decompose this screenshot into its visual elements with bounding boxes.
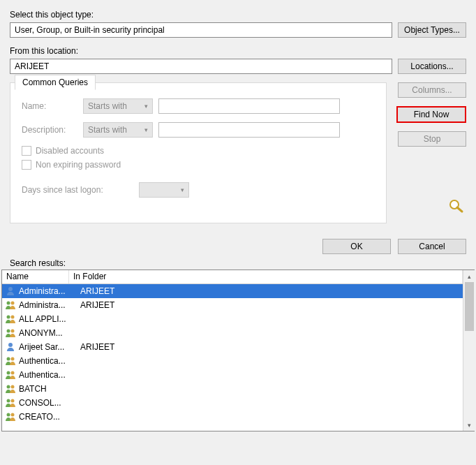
row-folder: ARIJEET xyxy=(75,286,114,296)
svg-point-2 xyxy=(8,287,13,291)
table-row[interactable]: Authentica... xyxy=(2,368,463,382)
table-row[interactable]: Authentica... xyxy=(2,354,463,368)
row-name: CREATO... xyxy=(19,412,75,422)
column-name[interactable]: Name xyxy=(2,270,69,283)
find-now-button[interactable]: Find Now xyxy=(396,106,466,123)
common-queries-panel: Common Queries Name: Starts with ▾ Descr… xyxy=(10,82,387,223)
group-icon xyxy=(5,300,16,311)
user-icon xyxy=(5,286,16,297)
non-expiring-checkbox[interactable] xyxy=(22,160,31,170)
svg-line-1 xyxy=(457,207,462,212)
svg-point-18 xyxy=(7,413,10,417)
description-label: Description: xyxy=(22,125,77,135)
row-name: Administra... xyxy=(19,300,75,310)
svg-point-12 xyxy=(7,371,10,375)
row-name: Administra... xyxy=(19,286,75,296)
row-name: Authentica... xyxy=(19,370,75,380)
location-field[interactable]: ARIJEET xyxy=(10,59,392,74)
group-icon xyxy=(5,383,16,394)
chevron-down-icon: ▾ xyxy=(144,103,148,110)
svg-point-15 xyxy=(11,385,15,389)
name-mode-combo[interactable]: Starts with ▾ xyxy=(83,98,153,114)
disabled-accounts-checkbox[interactable] xyxy=(22,146,31,156)
table-row[interactable]: Administra...ARIJEET xyxy=(2,298,463,312)
object-type-label: Select this object type: xyxy=(10,10,466,20)
chevron-down-icon: ▾ xyxy=(144,126,148,133)
svg-point-7 xyxy=(7,330,10,333)
name-label: Name: xyxy=(22,101,77,111)
search-icon xyxy=(447,198,466,214)
days-logon-combo[interactable]: ▾ xyxy=(139,182,189,198)
row-name: BATCH xyxy=(19,384,75,394)
svg-point-8 xyxy=(11,330,15,333)
svg-point-4 xyxy=(11,302,15,305)
stop-button[interactable]: Stop xyxy=(398,131,466,147)
scrollbar[interactable]: ▴ ▾ xyxy=(463,270,475,431)
scroll-up-icon[interactable]: ▴ xyxy=(463,270,475,282)
table-row[interactable]: Arijeet Sar...ARIJEET xyxy=(2,340,463,354)
description-input[interactable] xyxy=(158,122,340,138)
days-logon-label: Days since last logon: xyxy=(22,185,133,195)
object-types-button[interactable]: Object Types... xyxy=(398,22,466,38)
locations-button[interactable]: Locations... xyxy=(398,59,466,74)
chevron-down-icon: ▾ xyxy=(181,186,184,193)
row-folder: ARIJEET xyxy=(75,300,114,310)
scroll-down-icon[interactable]: ▾ xyxy=(463,419,475,431)
search-results-label: Search results: xyxy=(10,258,476,268)
svg-point-13 xyxy=(11,371,15,375)
svg-point-19 xyxy=(11,413,15,417)
svg-point-9 xyxy=(8,343,13,347)
name-mode-value: Starts with xyxy=(88,101,127,111)
row-name: ANONYM... xyxy=(19,328,75,338)
cancel-button[interactable]: Cancel xyxy=(398,239,466,254)
column-folder[interactable]: In Folder xyxy=(69,270,463,283)
svg-point-6 xyxy=(11,316,15,319)
table-row[interactable]: CONSOL... xyxy=(2,396,463,410)
search-results: Name In Folder Administra...ARIJEETAdmin… xyxy=(1,270,475,431)
svg-point-10 xyxy=(7,357,10,361)
row-name: Authentica... xyxy=(19,356,75,366)
svg-point-17 xyxy=(11,399,15,403)
group-icon xyxy=(5,313,16,325)
tab-common-queries[interactable]: Common Queries xyxy=(15,75,96,90)
disabled-accounts-label: Disabled accounts xyxy=(36,146,104,156)
description-mode-value: Starts with xyxy=(88,125,127,135)
svg-point-3 xyxy=(7,302,10,305)
user-icon xyxy=(5,341,16,353)
table-row[interactable]: ALL APPLI... xyxy=(2,312,463,326)
row-name: ALL APPLI... xyxy=(19,314,75,324)
columns-button[interactable]: Columns... xyxy=(398,82,466,98)
results-header: Name In Folder xyxy=(2,270,463,284)
non-expiring-label: Non expiring password xyxy=(36,160,121,170)
name-input[interactable] xyxy=(158,98,340,114)
table-row[interactable]: ANONYM... xyxy=(2,326,463,340)
group-icon xyxy=(5,369,16,381)
svg-point-16 xyxy=(7,399,10,403)
table-row[interactable]: Administra...ARIJEET xyxy=(2,284,463,298)
row-folder: ARIJEET xyxy=(75,342,114,352)
table-row[interactable]: CREATO... xyxy=(2,410,463,424)
group-icon xyxy=(5,397,16,408)
description-mode-combo[interactable]: Starts with ▾ xyxy=(83,122,153,138)
svg-point-14 xyxy=(7,385,10,389)
row-name: Arijeet Sar... xyxy=(19,342,75,352)
group-icon xyxy=(5,327,16,339)
object-type-field[interactable]: User, Group, or Built-in security princi… xyxy=(10,22,392,38)
table-row[interactable]: BATCH xyxy=(2,382,463,396)
ok-button[interactable]: OK xyxy=(322,239,391,254)
svg-point-5 xyxy=(7,316,10,319)
row-name: CONSOL... xyxy=(19,398,75,408)
group-icon xyxy=(5,355,16,367)
group-icon xyxy=(5,411,16,422)
scroll-thumb[interactable] xyxy=(465,282,474,331)
svg-point-11 xyxy=(11,357,15,361)
location-label: From this location: xyxy=(10,46,466,56)
